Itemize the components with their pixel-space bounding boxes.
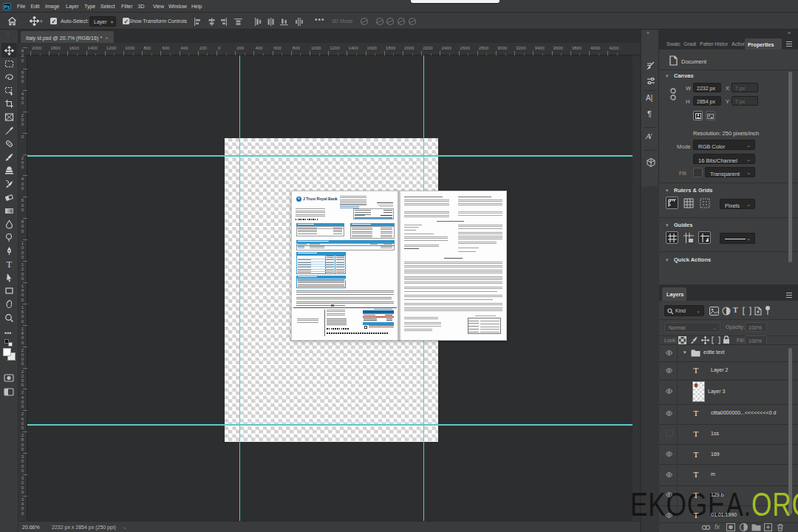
svg-text:T: T xyxy=(7,259,13,269)
